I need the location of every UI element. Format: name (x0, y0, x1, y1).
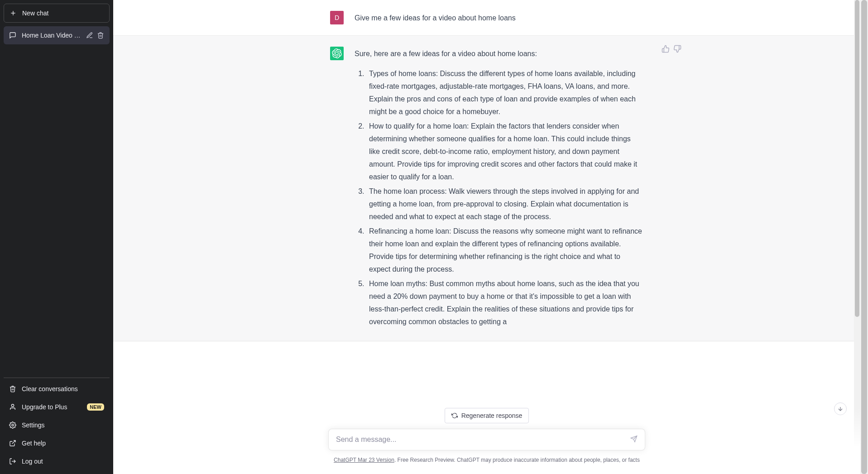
chat-scrollbar[interactable] (854, 0, 860, 474)
regenerate-button[interactable]: Regenerate response (445, 408, 529, 423)
upgrade-label: Upgrade to Plus (22, 403, 67, 411)
feedback-buttons (662, 45, 681, 54)
thumbs-down-icon (673, 45, 681, 53)
gear-icon (9, 421, 16, 429)
list-item: How to qualify for a home loan: Explain … (366, 120, 643, 183)
scrollbar-thumb[interactable] (855, 0, 859, 317)
clear-conversations-button[interactable]: Clear conversations (4, 380, 110, 398)
window-scrollbar[interactable] (860, 0, 868, 474)
thumbs-up-button[interactable] (662, 45, 670, 54)
refresh-icon (451, 412, 458, 419)
message-input[interactable] (336, 436, 623, 444)
settings-button[interactable]: Settings (4, 416, 110, 434)
svg-line-4 (12, 440, 15, 444)
conversation-actions (86, 32, 104, 39)
window-scrollbar-thumb[interactable] (861, 0, 867, 474)
clear-label: Clear conversations (22, 385, 78, 393)
plus-icon (10, 10, 17, 17)
assistant-intro: Sure, here are a few ideas for a video a… (355, 48, 643, 60)
list-item: Types of home loans: Discuss the differe… (366, 67, 643, 118)
list-item: Refinancing a home loan: Discuss the rea… (366, 225, 643, 276)
message-user: D Give me a few ideas for a video about … (113, 0, 860, 36)
new-chat-label: New chat (22, 10, 48, 17)
new-badge: NEW (87, 403, 104, 411)
send-icon (630, 436, 638, 443)
message-input-box (328, 429, 645, 450)
regenerate-label: Regenerate response (461, 412, 523, 419)
conversation-item[interactable]: Home Loan Video Idea (4, 26, 110, 44)
disclaimer-rest: . Free Research Preview. ChatGPT may pro… (394, 457, 640, 463)
assistant-avatar (330, 47, 344, 60)
upgrade-button[interactable]: Upgrade to Plus NEW (4, 398, 110, 416)
sidebar: New chat Home Loan Video Idea Clear conv… (0, 0, 113, 474)
version-link[interactable]: ChatGPT Mar 23 Version (334, 457, 394, 463)
thumbs-down-button[interactable] (673, 45, 681, 54)
logout-label: Log out (22, 458, 43, 465)
message-assistant: Sure, here are a few ideas for a video a… (113, 36, 860, 341)
list-item: Home loan myths: Bust common myths about… (366, 278, 643, 328)
trash-icon[interactable] (97, 32, 104, 39)
list-item: The home loan process: Walk viewers thro… (366, 185, 643, 223)
main-content: D Give me a few ideas for a video about … (113, 0, 860, 474)
user-avatar: D (330, 11, 344, 24)
sidebar-footer: Clear conversations Upgrade to Plus NEW … (4, 378, 110, 470)
disclaimer-text: ChatGPT Mar 23 Version. Free Research Pr… (334, 457, 640, 463)
assistant-message-content: Sure, here are a few ideas for a video a… (355, 47, 643, 330)
conversation-title: Home Loan Video Idea (22, 32, 81, 39)
settings-label: Settings (22, 421, 45, 429)
assistant-list: Types of home loans: Discuss the differe… (355, 67, 643, 328)
svg-point-2 (11, 404, 14, 407)
composer-area: Regenerate response ChatGPT Mar 23 Versi… (113, 408, 860, 474)
help-button[interactable]: Get help (4, 434, 110, 452)
conversation-list: Home Loan Video Idea (4, 26, 110, 378)
openai-icon (332, 48, 342, 58)
chat-scroll-area[interactable]: D Give me a few ideas for a video about … (113, 0, 860, 474)
thumbs-up-icon (662, 45, 670, 53)
trash-icon (9, 385, 16, 393)
user-message-text: Give me a few ideas for a video about ho… (355, 11, 643, 24)
help-label: Get help (22, 440, 46, 447)
send-button[interactable] (628, 434, 639, 446)
logout-button[interactable]: Log out (4, 452, 110, 470)
new-chat-button[interactable]: New chat (4, 4, 110, 23)
user-icon (9, 403, 16, 411)
edit-icon[interactable] (86, 32, 93, 39)
external-link-icon (9, 440, 16, 447)
svg-point-3 (12, 424, 14, 426)
chat-bubble-icon (9, 32, 16, 39)
logout-icon (9, 458, 16, 465)
